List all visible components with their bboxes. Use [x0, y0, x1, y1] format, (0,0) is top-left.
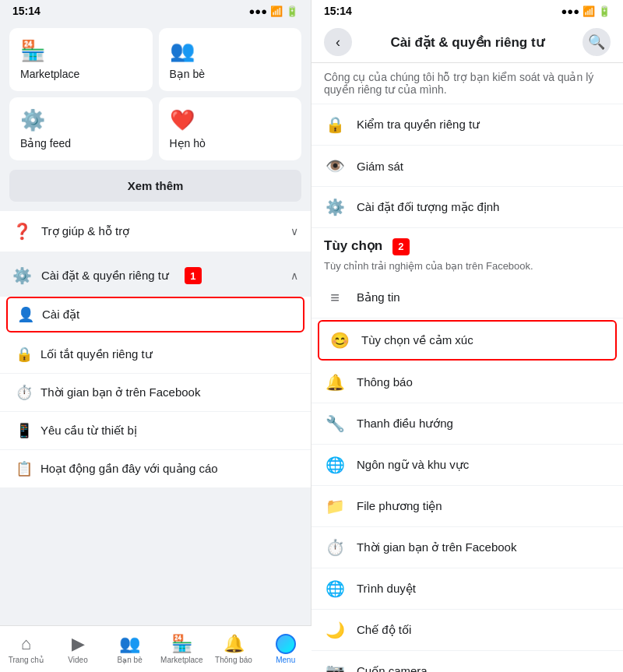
left-nav-friends[interactable]: 👥 Bạn bè — [104, 631, 156, 667]
settings-sub-caidat[interactable]: 👤 Cài đặt — [6, 297, 304, 332]
settings-sub-hoatdong[interactable]: 📋 Hoạt động gần đây với quảng cáo — [0, 450, 311, 488]
right-scroll: Công cụ của chúng tôi hỗ trợ bạn kiểm so… — [312, 63, 623, 672]
right-menu-kiemtra[interactable]: 🔒 Kiểm tra quyền riêng tư — [312, 104, 623, 146]
search-button[interactable]: 🔍 — [583, 28, 611, 56]
kiemtra-icon: 🔒 — [324, 115, 346, 134]
left-scroll: 🏪 Marketplace 👥 Bạn bè ⚙️ Bảng feed ❤️ H… — [0, 22, 311, 672]
bangtin-label: Bảng tin — [357, 290, 400, 304]
left-nav-marketplace[interactable]: 🏪 Marketplace — [156, 631, 208, 667]
loitat-label: Lối tắt quyền riêng tư — [40, 347, 153, 361]
right-wifi-icon: 📶 — [583, 5, 595, 17]
giamsat-label: Giám sát — [357, 160, 403, 173]
caidat-label: Cài đặt — [42, 308, 79, 322]
left-status-icons: ●●● 📶 🔋 — [248, 5, 298, 17]
settings-sub-yeucau[interactable]: 📱 Yêu cầu từ thiết bị — [0, 412, 311, 450]
thongbao-icon: 🔔 — [324, 373, 346, 392]
camxuc-label: Tùy chọn về cảm xúc — [361, 333, 473, 347]
file-icon: 📁 — [324, 497, 346, 515]
notifications-nav-label: Thông báo — [215, 656, 252, 664]
video-nav-label: Video — [68, 656, 87, 664]
help-label: Trợ giúp & hỗ trợ — [41, 224, 129, 238]
bangtin-icon: ≡ — [324, 289, 346, 307]
right-header: ‹ Cài đặt & quyền riêng tư 🔍 — [312, 22, 623, 63]
home-nav-label: Trang chủ — [9, 656, 44, 664]
right-menu-cuoncamera[interactable]: 📷 Cuốn camera — [312, 651, 623, 672]
right-menu-camxuc[interactable]: 😊 Tùy chọn về cảm xúc — [318, 320, 617, 361]
back-button[interactable]: ‹ — [324, 28, 352, 56]
kiemtra-label: Kiểm tra quyền riêng tư — [357, 118, 480, 132]
marketplace-grid-icon: 🏪 — [20, 39, 45, 63]
marketplace-grid-label: Marketplace — [20, 68, 79, 80]
settings-badge: 1 — [185, 267, 202, 284]
right-menu-caidat[interactable]: ⚙️ Cài đặt đối tượng mặc định — [312, 187, 623, 228]
right-menu-giamsat[interactable]: 👁️ Giám sát — [312, 146, 623, 187]
dating-grid-icon: ❤️ — [170, 108, 195, 132]
right-menu-ngonngu[interactable]: 🌐 Ngôn ngữ và khu vực — [312, 445, 623, 486]
cuoncamera-icon: 📷 — [324, 662, 346, 672]
grid-item-dating[interactable]: ❤️ Hẹn hò — [159, 97, 302, 160]
right-menu-chedom[interactable]: 🌙 Chế độ tối — [312, 610, 623, 651]
right-menu-bangtin[interactable]: ≡ Bảng tin — [312, 278, 623, 318]
settings-sub-items: 👤 Cài đặt 🔒 Lối tắt quyền riêng tư ⏱️ Th… — [0, 297, 311, 488]
wifi-icon: 📶 — [270, 5, 283, 17]
help-icon: ❓ — [12, 222, 32, 241]
settings-icon: ⚙️ — [12, 266, 32, 285]
thoigian-icon: ⏱️ — [16, 384, 33, 401]
tuychon-title: Tùy chọn 2 — [312, 228, 623, 259]
left-nav-notifications[interactable]: 🔔 Thông báo — [208, 631, 260, 667]
right-menu-thanhdh[interactable]: 🔧 Thanh điều hướng — [312, 403, 623, 445]
menu-avatar — [276, 634, 296, 654]
right-menu-file[interactable]: 📁 File phương tiện — [312, 486, 623, 527]
caidat-dt-icon: ⚙️ — [324, 198, 346, 216]
tuychon-subtitle: Tùy chỉnh trải nghiệm của bạn trên Faceb… — [312, 259, 623, 278]
thoigian-label: Thời gian bạn ở trên Facebook — [40, 385, 200, 399]
tuychon-badge: 2 — [392, 238, 410, 255]
search-icon: 🔍 — [588, 33, 605, 51]
settings-sub-loitat[interactable]: 🔒 Lối tắt quyền riêng tư — [0, 336, 311, 374]
feed-grid-icon: ⚙️ — [20, 108, 45, 132]
grid-item-feed[interactable]: ⚙️ Bảng feed — [9, 97, 153, 160]
left-nav-menu[interactable]: Menu — [259, 631, 312, 667]
help-section-header[interactable]: ❓ Trợ giúp & hỗ trợ ∨ — [0, 211, 311, 252]
caidat-icon: 👤 — [17, 306, 34, 323]
trinhduyet-label: Trình duyệt — [357, 582, 416, 596]
help-section-left: ❓ Trợ giúp & hỗ trợ — [12, 222, 129, 241]
chedom-icon: 🌙 — [324, 621, 346, 639]
signal-icon: ●●● — [248, 5, 267, 17]
thoigian-r-label: Thời gian bạn ở trên Facebook — [357, 540, 516, 554]
feed-grid-label: Bảng feed — [20, 137, 71, 150]
loitat-icon: 🔒 — [16, 346, 33, 363]
hoatdong-label: Hoạt động gần đây với quảng cáo — [40, 462, 218, 476]
right-menu-trinhduyet[interactable]: 🌐 Trình duyệt — [312, 568, 623, 610]
grid-item-friends[interactable]: 👥 Bạn bè — [159, 28, 302, 91]
settings-sub-thoigian[interactable]: ⏱️ Thời gian bạn ở trên Facebook — [0, 374, 311, 412]
left-nav-home[interactable]: ⌂ Trang chủ — [0, 631, 52, 667]
left-nav-video[interactable]: ▶ Video — [52, 631, 104, 667]
friends-nav-icon: 👥 — [119, 634, 140, 654]
yeucau-label: Yêu cầu từ thiết bị — [40, 424, 137, 438]
grid-item-marketplace[interactable]: 🏪 Marketplace — [9, 28, 153, 91]
right-battery-icon: 🔋 — [598, 5, 611, 17]
camxuc-icon: 😊 — [329, 331, 350, 350]
right-menu-thongbao[interactable]: 🔔 Thông báo — [312, 362, 623, 403]
right-panel: 15:14 ●●● 📶 🔋 ‹ Cài đặt & quyền riêng tư… — [312, 0, 623, 672]
thanhdh-label: Thanh điều hướng — [357, 417, 453, 431]
left-bottom-nav: ⌂ Trang chủ ▶ Video 👥 Bạn bè 🏪 Marketpla… — [0, 625, 312, 672]
right-status-icons: ●●● 📶 🔋 — [561, 5, 611, 17]
giamsat-icon: 👁️ — [324, 157, 346, 175]
dating-grid-label: Hẹn hò — [170, 137, 206, 150]
help-chevron-icon: ∨ — [290, 225, 298, 237]
settings-section-header[interactable]: ⚙️ Cài đặt & quyền riêng tư 1 ∧ — [0, 259, 311, 294]
menu-nav-label: Menu — [276, 656, 295, 664]
friends-grid-icon: 👥 — [170, 39, 195, 63]
right-signal-icon: ●●● — [561, 5, 579, 17]
file-label: File phương tiện — [357, 499, 442, 513]
see-more-button[interactable]: Xem thêm — [9, 170, 301, 202]
marketplace-nav-label: Marketplace — [160, 656, 202, 664]
right-menu-thoigian[interactable]: ⏱️ Thời gian bạn ở trên Facebook — [312, 527, 623, 568]
help-section: ❓ Trợ giúp & hỗ trợ ∨ — [0, 211, 311, 252]
thanhdh-icon: 🔧 — [324, 414, 346, 433]
back-icon: ‹ — [336, 34, 340, 51]
marketplace-nav-icon: 🏪 — [171, 634, 192, 654]
right-header-title: Cài đặt & quyền riêng tư — [352, 34, 583, 51]
